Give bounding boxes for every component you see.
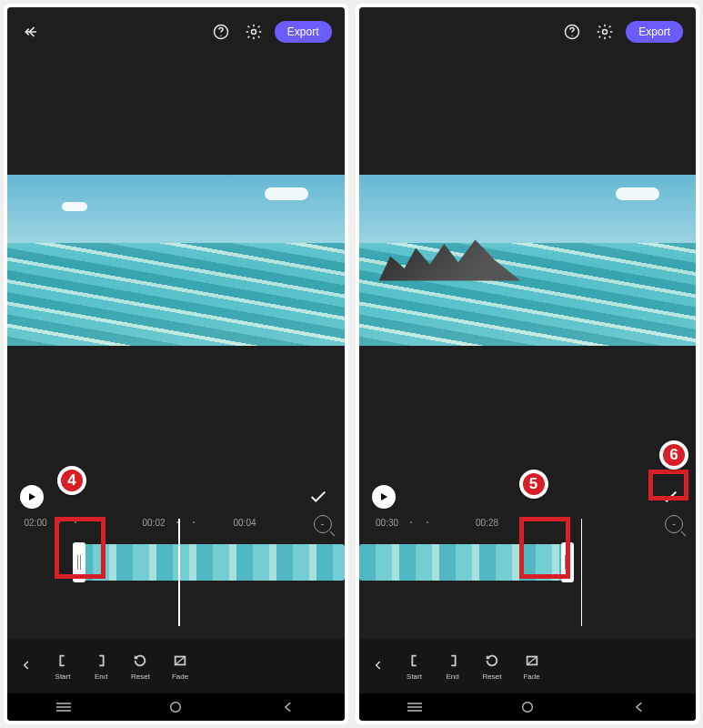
phone-right: Export 00:30 [356, 4, 700, 724]
annotation-box-6 [648, 470, 688, 500]
fade-icon [172, 652, 188, 669]
fade-icon [524, 652, 540, 669]
annotation-box-5 [519, 517, 570, 579]
time-label: 02:00 [20, 518, 51, 528]
confirm-check-button[interactable] [305, 483, 332, 511]
help-icon[interactable] [209, 20, 233, 44]
play-button[interactable] [372, 485, 396, 509]
zoom-out-icon[interactable]: - [665, 515, 683, 533]
annotation-box-4 [55, 517, 105, 579]
tool-start[interactable]: Start [55, 652, 71, 681]
nav-recents-icon[interactable] [397, 699, 433, 715]
nav-back-icon[interactable] [270, 699, 306, 715]
export-button[interactable]: Export [626, 21, 683, 43]
time-label: 00:04 [229, 518, 260, 528]
android-navbar [7, 693, 345, 721]
video-preview [359, 175, 697, 346]
playhead[interactable] [178, 519, 180, 626]
bracket-end-icon [445, 652, 461, 669]
bottom-toolbar: Start End Reset [359, 639, 697, 693]
tool-label: Start [55, 672, 71, 681]
time-label: 00:28 [472, 518, 503, 528]
video-clip[interactable] [76, 544, 345, 581]
toolbar-back-chevron-icon[interactable] [20, 657, 33, 676]
phone-left: Export 02:00 [4, 4, 348, 724]
tool-label: End [446, 672, 458, 681]
settings-gear-icon[interactable] [593, 20, 617, 44]
top-bar: Export [359, 7, 697, 56]
tool-start[interactable]: Start [407, 652, 423, 681]
playhead[interactable] [581, 519, 583, 626]
tool-label: Start [407, 672, 422, 681]
tool-fade[interactable]: Fade [523, 652, 539, 681]
tool-label: Fade [172, 672, 188, 681]
help-icon[interactable] [560, 20, 584, 44]
svg-point-6 [572, 35, 573, 36]
nav-recents-icon[interactable] [45, 699, 82, 715]
bracket-start-icon [55, 652, 71, 669]
nav-home-icon[interactable] [157, 699, 194, 715]
tool-label: Fade [523, 672, 539, 681]
tool-reset[interactable]: Reset [483, 652, 502, 681]
android-navbar [359, 693, 697, 721]
tool-reset[interactable]: Reset [131, 652, 150, 681]
tool-label: Reset [131, 672, 150, 681]
reset-icon [132, 652, 148, 669]
export-button[interactable]: Export [275, 21, 332, 43]
top-bar: Export [7, 7, 345, 56]
svg-point-1 [220, 35, 221, 36]
play-button[interactable] [20, 485, 44, 509]
annotation-badge-4: 4 [57, 466, 86, 495]
tool-label: Reset [483, 672, 502, 681]
video-preview [7, 175, 345, 346]
zoom-out-icon[interactable]: - [314, 515, 332, 533]
reset-icon [484, 652, 500, 669]
tool-end[interactable]: End [445, 652, 461, 681]
annotation-badge-6: 6 [659, 440, 688, 470]
nav-back-icon[interactable] [621, 699, 658, 715]
annotation-badge-5: 5 [519, 470, 548, 499]
tool-fade[interactable]: Fade [172, 652, 188, 681]
bottom-toolbar: Start End Reset [7, 639, 345, 693]
svg-point-2 [251, 30, 256, 35]
bracket-start-icon [407, 652, 423, 669]
toolbar-back-chevron-icon[interactable] [372, 657, 385, 676]
svg-point-7 [603, 30, 608, 35]
svg-point-9 [522, 703, 532, 713]
time-label: 00:30 [372, 518, 403, 528]
svg-point-4 [171, 703, 181, 713]
back-arrow-icon[interactable] [20, 20, 44, 44]
tool-label: End [95, 672, 107, 681]
bracket-end-icon [93, 652, 109, 669]
tool-end[interactable]: End [93, 652, 109, 681]
time-label: 00:02 [138, 518, 169, 528]
settings-gear-icon[interactable] [242, 20, 266, 44]
nav-home-icon[interactable] [509, 699, 546, 715]
